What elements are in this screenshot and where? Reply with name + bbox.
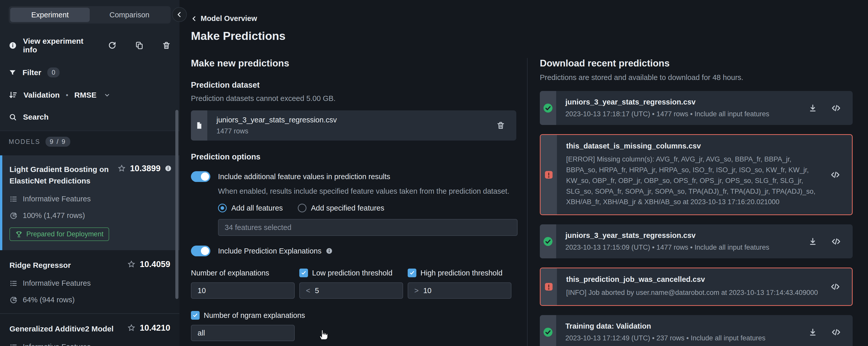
model-name: Generalized Additive2 Model xyxy=(9,323,114,335)
include-features-help: When enabled, results include specified … xyxy=(218,187,516,195)
status-strip xyxy=(540,315,556,346)
model-list-section: MODELS 9 / 9 Light Gradient Boosting on … xyxy=(0,131,179,346)
back-link-model-overview[interactable]: Model Overview xyxy=(191,14,257,23)
tab-comparison[interactable]: Comparison xyxy=(90,8,169,22)
app-root: Experiment Comparison View experiment in… xyxy=(0,0,868,346)
include-features-toggle[interactable] xyxy=(191,171,210,182)
low-threshold-input[interactable]: < 5 xyxy=(299,282,403,299)
include-explanations-label: Include Prediction Explanations xyxy=(218,247,321,255)
download-icon[interactable] xyxy=(808,327,817,337)
prediction-info-message: [INFO] Job aborted by user.name@datarobo… xyxy=(566,287,819,298)
prediction-options-heading: Prediction options xyxy=(191,152,516,161)
star-icon[interactable] xyxy=(127,260,136,269)
ngram-checkbox[interactable] xyxy=(191,311,199,320)
prediction-file-name: juniors_3_year_stats_regression.csv xyxy=(565,231,800,240)
code-api-icon[interactable] xyxy=(831,237,841,246)
prediction-file-name: this_dataset_is_missing_columns.csv xyxy=(566,142,822,150)
star-icon[interactable] xyxy=(127,323,136,332)
recent-title: Download recent predictions xyxy=(540,58,852,69)
radio-add-all-features[interactable]: Add all features xyxy=(218,204,283,212)
chevron-left-icon xyxy=(176,11,183,18)
model-featurelist-row: Informative Features xyxy=(9,195,172,203)
prediction-meta: 2023-10-13 17:12:49 (UTC) • 237 rows • I… xyxy=(565,334,800,342)
prediction-error-message: [ERROR] Missing column(s): AVG_fr, AVG_j… xyxy=(566,154,819,208)
back-link-label: Model Overview xyxy=(200,14,257,23)
trophy-icon xyxy=(15,230,23,238)
feature-mode-radios: Add all features Add specified features xyxy=(218,204,516,212)
prediction-file-name: Training data: Validation xyxy=(565,322,800,331)
trash-icon[interactable] xyxy=(162,41,171,50)
model-sample-label: 64% (944 rows) xyxy=(23,296,74,304)
model-score: 10.4059 xyxy=(127,259,170,269)
status-strip xyxy=(540,268,557,305)
code-api-icon[interactable] xyxy=(831,103,841,113)
tab-experiment[interactable]: Experiment xyxy=(10,8,90,22)
model-card[interactable]: Generalized Additive2 Model 10.4210 Info… xyxy=(0,314,179,346)
model-head: Light Gradient Boosting on ElasticNet Pr… xyxy=(9,163,172,187)
filter-count-badge: 0 xyxy=(47,67,60,77)
score-info-icon[interactable] xyxy=(164,165,172,172)
view-tabs: Experiment Comparison xyxy=(9,6,171,24)
ngram-input[interactable] xyxy=(191,325,295,341)
sort-descending-icon xyxy=(9,91,18,99)
sort-metric-label: RMSE xyxy=(74,91,97,99)
make-new-predictions-section: Make new predictions Prediction dataset … xyxy=(191,58,516,346)
chevron-down-icon xyxy=(104,92,111,98)
prediction-meta: 2023-10-13 17:15:09 (UTC) • 1477 rows • … xyxy=(565,244,800,251)
num-explanations-label: Number of explanations xyxy=(191,268,295,278)
high-threshold-input[interactable]: > 10 xyxy=(408,282,512,299)
remove-dataset-trash-icon[interactable] xyxy=(496,121,505,130)
prediction-item: juniors_3_year_stats_regression.csv 2023… xyxy=(540,91,852,125)
content-columns: Make new predictions Prediction dataset … xyxy=(191,58,852,346)
prediction-file-name: this_prediction_job_was_cancelled.csv xyxy=(566,275,822,284)
model-score: 10.4210 xyxy=(127,323,170,333)
download-recent-predictions-section: Download recent predictions Predictions … xyxy=(527,58,852,346)
model-sample-row: 100% (1,477 rows) xyxy=(9,211,172,220)
code-api-icon[interactable] xyxy=(830,170,840,180)
download-icon[interactable] xyxy=(808,237,817,246)
search-icon xyxy=(9,113,17,121)
download-icon[interactable] xyxy=(808,103,817,113)
status-strip xyxy=(540,135,557,214)
model-score-value: 10.4210 xyxy=(140,323,170,333)
explanations-info-icon[interactable] xyxy=(326,247,333,254)
sidebar-scrollbar[interactable] xyxy=(175,110,178,299)
file-row-count: 1477 rows xyxy=(216,127,496,135)
low-threshold-value: 5 xyxy=(315,286,319,295)
low-threshold-checkbox[interactable] xyxy=(299,269,308,277)
model-sample-label: 100% (1,477 rows) xyxy=(23,211,85,220)
sort-field-label: Validation xyxy=(24,91,60,99)
refresh-icon[interactable] xyxy=(108,41,117,50)
prediction-dataset-heading: Prediction dataset xyxy=(191,81,516,90)
features-selected-input[interactable] xyxy=(218,219,518,236)
filter-control[interactable]: Filter 0 xyxy=(9,67,171,77)
num-explanations-input[interactable] xyxy=(191,282,295,299)
model-card[interactable]: Ridge Regressor 10.4059 Informative Feat… xyxy=(0,250,179,313)
radio-add-specified-label: Add specified features xyxy=(311,204,384,212)
high-threshold-checkbox[interactable] xyxy=(408,269,416,277)
star-icon[interactable] xyxy=(117,164,126,173)
success-check-icon xyxy=(542,103,553,114)
model-score-value: 10.3899 xyxy=(130,163,160,173)
sort-control[interactable]: Validation • RMSE xyxy=(9,91,171,99)
num-explanations-col: Number of explanations xyxy=(191,268,295,299)
radio-add-specified-features[interactable]: Add specified features xyxy=(298,204,384,212)
code-api-icon[interactable] xyxy=(830,282,840,291)
feature-list-icon xyxy=(9,195,18,203)
collapse-sidebar-button[interactable] xyxy=(172,7,187,22)
experiment-info-row: View experiment info xyxy=(9,37,171,54)
prediction-file-name: juniors_3_year_stats_regression.csv xyxy=(565,98,800,106)
code-api-icon[interactable] xyxy=(831,327,841,337)
models-header: MODELS 9 / 9 xyxy=(0,131,179,148)
include-explanations-toggle[interactable] xyxy=(191,246,210,256)
ngram-label: Number of ngram explanations xyxy=(204,311,305,320)
models-count-badge: 9 / 9 xyxy=(45,137,70,147)
dataset-size-note: Prediction datasets cannot exceed 5.00 G… xyxy=(191,94,516,103)
experiment-info-label[interactable]: View experiment info xyxy=(23,37,96,54)
file-info: juniors_3_year_stats_regression.csv 1477… xyxy=(207,111,496,140)
model-card-selected[interactable]: Light Gradient Boosting on ElasticNet Pr… xyxy=(0,155,179,250)
copy-icon[interactable] xyxy=(135,41,144,50)
explanation-settings-grid: Number of explanations Low prediction th… xyxy=(191,268,516,299)
search-control[interactable]: Search xyxy=(9,113,171,121)
search-label: Search xyxy=(23,113,49,121)
